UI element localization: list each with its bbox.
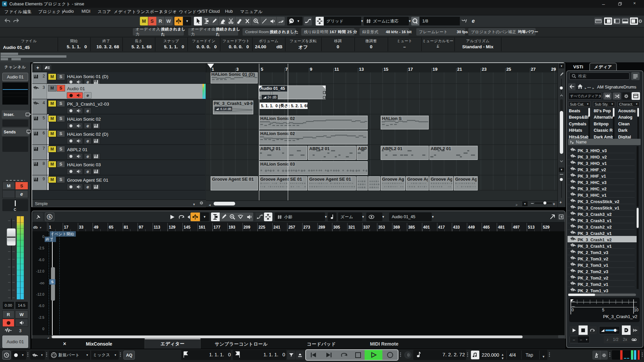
- svg-text:S: S: [48, 215, 51, 219]
